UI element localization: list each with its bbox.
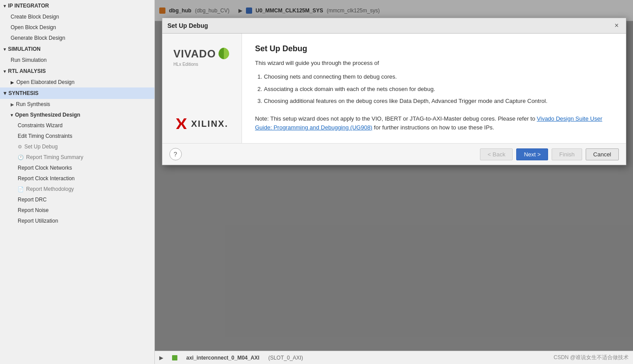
modal-step-2: Associating a clock domain with each of …: [264, 85, 613, 94]
section-header-simulation[interactable]: ▾ SIMULATION: [0, 43, 154, 55]
sidebar-item-report-clock-interaction[interactable]: Report Clock Interaction: [0, 173, 154, 184]
bottom-expand-icon: ▶: [159, 355, 163, 361]
sidebar-item-constraints-wizard[interactable]: Constraints Wizard: [0, 120, 154, 131]
section-synthesis: ▾ SYNTHESIS ▶ Run Synthesis ▾ Open Synth…: [0, 87, 154, 226]
sidebar-item-report-noise[interactable]: Report Noise: [0, 205, 154, 216]
xilinx-icon: [175, 118, 188, 130]
section-ip-integrator: ▾ IP INTEGRATOR Create Block Design Open…: [0, 0, 154, 43]
sidebar-item-report-utilization[interactable]: Report Utilization: [0, 216, 154, 226]
section-label-simulation: SIMULATION: [8, 46, 41, 52]
xilinx-text: XILINX.: [191, 119, 228, 129]
section-header-synthesis[interactable]: ▾ SYNTHESIS: [0, 87, 154, 99]
section-header-ip-integrator[interactable]: ▾ IP INTEGRATOR: [0, 0, 154, 11]
finish-button[interactable]: Finish: [552, 148, 582, 160]
setup-debug-modal: Set Up Debug × VIVADO: [162, 18, 626, 165]
vivado-subtitle: HLx Editions: [173, 62, 198, 67]
modal-heading: Set Up Debug: [255, 44, 613, 53]
sidebar-item-open-block-design[interactable]: Open Block Design: [0, 22, 154, 33]
sidebar-item-run-simulation[interactable]: Run Simulation: [0, 55, 154, 65]
section-rtl-analysis: ▾ RTL ANALYSIS ▶ Open Elaborated Design: [0, 65, 154, 87]
section-label-rtl-analysis: RTL ANALYSIS: [8, 68, 46, 74]
vivado-leaf-icon: [218, 47, 230, 61]
vivado-text: VIVADO: [173, 48, 216, 60]
gear-icon: ⚙: [18, 144, 22, 150]
modal-close-button[interactable]: ×: [613, 22, 620, 30]
next-button[interactable]: Next >: [516, 148, 548, 160]
bottom-axi-icon: [172, 355, 177, 360]
cancel-button[interactable]: Cancel: [586, 148, 618, 160]
section-simulation: ▾ SIMULATION Run Simulation: [0, 43, 154, 65]
arrow-synthesis: ▾: [4, 90, 6, 96]
bottom-item-label: axi_interconnect_0_M04_AXI: [186, 355, 259, 361]
note-prefix: Note: This setup wizard does not apply t…: [255, 115, 537, 122]
bottom-bar: ▶ axi_interconnect_0_M04_AXI (SLOT_0_AXI…: [155, 351, 633, 364]
sidebar-item-report-clock-networks[interactable]: Report Clock Networks: [0, 163, 154, 173]
sidebar-item-run-synthesis[interactable]: ▶ Run Synthesis: [0, 99, 154, 110]
clock-icon: 🕐: [18, 155, 24, 160]
bottom-credit: CSDN @谁说女生不适合做技术: [553, 354, 629, 361]
back-button[interactable]: < Back: [480, 148, 513, 160]
modal-step-3: Choosing additional features on the debu…: [264, 97, 613, 106]
note-suffix: for further instructions on how to use t…: [372, 124, 494, 131]
xilinx-logo: XILINX.: [175, 118, 228, 130]
sidebar-item-create-block-design[interactable]: Create Block Design: [0, 11, 154, 22]
vivado-name-row: VIVADO: [173, 47, 230, 61]
sidebar-item-open-elaborated-design[interactable]: ▶ Open Elaborated Design: [0, 77, 154, 87]
arrow-simulation: ▾: [4, 47, 6, 52]
modal-step-1: Choosing nets and connecting them to deb…: [264, 72, 613, 81]
bottom-item-sub: (SLOT_0_AXI): [268, 355, 303, 361]
modal-overlay: Set Up Debug × VIVADO: [155, 0, 633, 364]
sidebar-item-edit-timing-constraints[interactable]: Edit Timing Constraints: [0, 131, 154, 141]
modal-left-panel: VIVADO HLx Editions: [162, 34, 242, 143]
arrow-synthesized: ▾: [11, 113, 13, 118]
modal-title: Set Up Debug: [168, 22, 208, 29]
run-icon: ▶: [11, 102, 14, 107]
modal-body: VIVADO HLx Editions: [162, 34, 626, 143]
modal-note: Note: This setup wizard does not apply t…: [255, 114, 613, 133]
arrow-elaborated: ▶: [11, 80, 14, 85]
modal-intro: This wizard will guide you through the p…: [255, 60, 613, 66]
sidebar-item-report-drc[interactable]: Report DRC: [0, 194, 154, 205]
section-label-ip-integrator: IP INTEGRATOR: [8, 3, 49, 9]
modal-steps-list: Choosing nets and connecting them to deb…: [264, 72, 613, 106]
arrow-ip-integrator: ▾: [4, 4, 6, 8]
sidebar-item-set-up-debug[interactable]: ⚙ Set Up Debug: [0, 141, 154, 152]
help-icon: ?: [174, 151, 177, 158]
sidebar-item-generate-block-design[interactable]: Generate Block Design: [0, 33, 154, 43]
sidebar-item-report-timing-summary[interactable]: 🕐 Report Timing Summary: [0, 152, 154, 163]
sidebar-item-report-methodology[interactable]: 📄 Report Methodology: [0, 184, 154, 194]
help-button[interactable]: ?: [169, 148, 182, 160]
section-label-synthesis: SYNTHESIS: [8, 90, 38, 96]
modal-footer-right: < Back Next > Finish Cancel: [480, 148, 618, 160]
doc-icon: 📄: [18, 186, 24, 192]
vivado-logo: VIVADO HLx Editions: [173, 47, 230, 67]
section-header-rtl-analysis[interactable]: ▾ RTL ANALYSIS: [0, 65, 154, 77]
modal-footer: ? < Back Next > Finish Cancel: [162, 143, 626, 165]
main-area: dbg_hub (dbg_hub_CV) ▶ U0_MMCM_CLK125M_S…: [155, 0, 633, 364]
modal-titlebar: Set Up Debug ×: [162, 18, 626, 34]
sidebar-item-open-synthesized-design[interactable]: ▾ Open Synthesized Design: [0, 110, 154, 120]
arrow-rtl-analysis: ▾: [4, 69, 6, 74]
sidebar: ▾ IP INTEGRATOR Create Block Design Open…: [0, 0, 155, 364]
modal-footer-left: ?: [169, 148, 182, 160]
modal-content: Set Up Debug This wizard will guide you …: [242, 34, 626, 143]
